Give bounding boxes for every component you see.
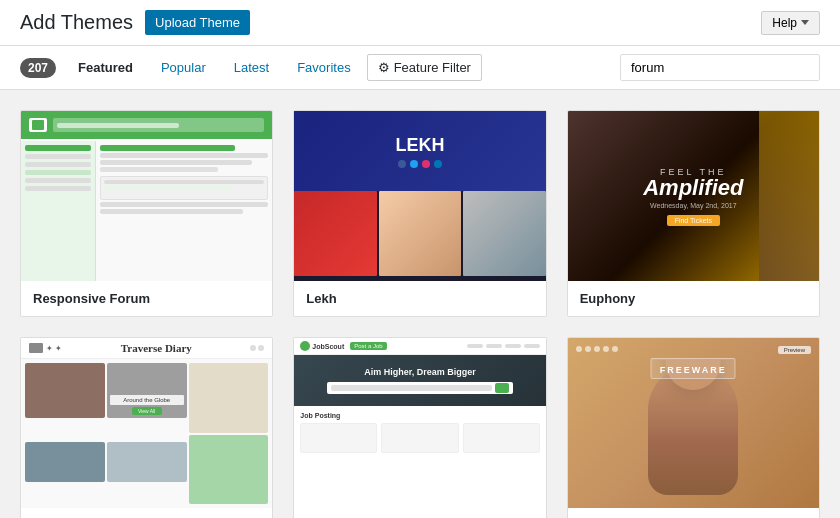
tab-latest[interactable]: Latest bbox=[222, 54, 281, 81]
theme-name: Euphony bbox=[568, 281, 819, 316]
theme-card-responsive-forum[interactable]: Responsive Forum bbox=[20, 110, 273, 317]
nav-bar: 207 Featured Popular Latest Favorites ⚙ … bbox=[0, 46, 840, 90]
theme-thumbnail: LEKH bbox=[294, 111, 545, 281]
help-button[interactable]: Help bbox=[761, 11, 820, 35]
theme-card-euphony[interactable]: FEEL THE Amplified Wednesday, May 2nd, 2… bbox=[567, 110, 820, 317]
theme-card-jobscout[interactable]: JobScout Post a Job Aim Higher, Dream Bi… bbox=[293, 337, 546, 518]
page-title: Add Themes bbox=[20, 11, 133, 34]
theme-thumbnail: Preview FREEWARE bbox=[568, 338, 819, 508]
theme-card-traverse-diary[interactable]: ✦ ✦ Traverse Diary Around the Globe View… bbox=[20, 337, 273, 518]
gear-icon: ⚙ bbox=[378, 60, 390, 75]
theme-thumbnail bbox=[21, 111, 272, 281]
search-bar bbox=[620, 54, 820, 81]
top-bar-left: Add Themes Upload Theme bbox=[20, 10, 250, 35]
theme-count-badge: 207 bbox=[20, 58, 56, 78]
themes-grid: Responsive Forum LEKH Lekh bbox=[0, 90, 840, 518]
top-bar: Add Themes Upload Theme Help bbox=[0, 0, 840, 46]
search-input[interactable] bbox=[620, 54, 820, 81]
theme-thumbnail: FEEL THE Amplified Wednesday, May 2nd, 2… bbox=[568, 111, 819, 281]
theme-thumbnail: ✦ ✦ Traverse Diary Around the Globe View… bbox=[21, 338, 272, 508]
nav-tabs: 207 Featured Popular Latest Favorites ⚙ … bbox=[20, 54, 482, 81]
theme-thumbnail: JobScout Post a Job Aim Higher, Dream Bi… bbox=[294, 338, 545, 508]
upload-theme-button[interactable]: Upload Theme bbox=[145, 10, 250, 35]
theme-card-lekh[interactable]: LEKH Lekh bbox=[293, 110, 546, 317]
theme-name: Responsive Forum bbox=[21, 281, 272, 316]
feature-filter-button[interactable]: ⚙ Feature Filter bbox=[367, 54, 482, 81]
tab-popular[interactable]: Popular bbox=[149, 54, 218, 81]
top-bar-right: Help bbox=[761, 11, 820, 35]
theme-name: JobScout bbox=[294, 508, 545, 518]
caret-icon bbox=[801, 20, 809, 25]
tab-featured[interactable]: Featured bbox=[66, 54, 145, 81]
tab-favorites[interactable]: Favorites bbox=[285, 54, 362, 81]
theme-name: Lekh bbox=[294, 281, 545, 316]
theme-name: Freeware bbox=[568, 508, 819, 518]
theme-card-freeware[interactable]: Preview FREEWARE Freew bbox=[567, 337, 820, 518]
theme-name: Traverse Diary bbox=[21, 508, 272, 518]
